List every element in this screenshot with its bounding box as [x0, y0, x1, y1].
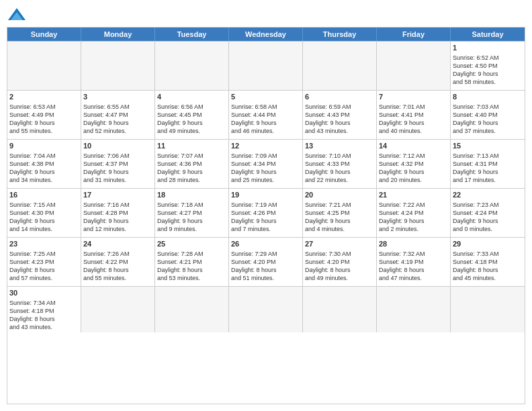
- day-info: Sunrise: 6:53 AM Sunset: 4:49 PM Dayligh…: [9, 103, 56, 134]
- cal-cell: [377, 42, 451, 90]
- day-info: Sunrise: 6:58 AM Sunset: 4:44 PM Dayligh…: [231, 103, 277, 134]
- cal-cell: 18Sunrise: 7:18 AM Sunset: 4:27 PM Dayli…: [155, 189, 229, 237]
- day-info: Sunrise: 7:13 AM Sunset: 4:31 PM Dayligh…: [453, 152, 499, 183]
- cal-cell: [155, 42, 229, 90]
- day-number: 12: [231, 141, 300, 151]
- cal-row-0: 1Sunrise: 6:52 AM Sunset: 4:50 PM Daylig…: [7, 41, 525, 90]
- cal-cell: 17Sunrise: 7:16 AM Sunset: 4:28 PM Dayli…: [81, 189, 155, 237]
- cal-header-wednesday: Wednesday: [229, 28, 303, 41]
- cal-row-4: 23Sunrise: 7:25 AM Sunset: 4:23 PM Dayli…: [7, 237, 525, 286]
- day-number: 14: [379, 141, 448, 151]
- cal-row-2: 9Sunrise: 7:04 AM Sunset: 4:38 PM Daylig…: [7, 139, 525, 188]
- cal-header-sunday: Sunday: [7, 28, 81, 41]
- day-info: Sunrise: 7:25 AM Sunset: 4:23 PM Dayligh…: [9, 250, 56, 281]
- day-number: 13: [305, 141, 374, 151]
- cal-cell: 8Sunrise: 7:03 AM Sunset: 4:40 PM Daylig…: [451, 91, 525, 139]
- day-info: Sunrise: 7:19 AM Sunset: 4:26 PM Dayligh…: [231, 201, 277, 232]
- day-number: 29: [453, 239, 523, 249]
- calendar-header-row: SundayMondayTuesdayWednesdayThursdayFrid…: [7, 28, 525, 41]
- logo-icon: [7, 7, 27, 23]
- cal-cell: [229, 42, 303, 90]
- cal-cell: [81, 42, 155, 90]
- cal-cell: 23Sunrise: 7:25 AM Sunset: 4:23 PM Dayli…: [7, 238, 81, 286]
- day-number: 6: [305, 92, 374, 102]
- cal-cell: 4Sunrise: 6:56 AM Sunset: 4:45 PM Daylig…: [155, 91, 229, 139]
- day-number: 8: [453, 92, 523, 102]
- day-number: 16: [9, 190, 79, 200]
- day-number: 15: [453, 141, 523, 151]
- day-info: Sunrise: 7:06 AM Sunset: 4:37 PM Dayligh…: [83, 152, 130, 183]
- day-number: 7: [379, 92, 448, 102]
- cal-header-friday: Friday: [377, 28, 451, 41]
- calendar-body: 1Sunrise: 6:52 AM Sunset: 4:50 PM Daylig…: [7, 41, 525, 332]
- cal-cell: 10Sunrise: 7:06 AM Sunset: 4:37 PM Dayli…: [81, 140, 155, 188]
- day-info: Sunrise: 7:23 AM Sunset: 4:24 PM Dayligh…: [453, 201, 499, 232]
- day-info: Sunrise: 7:26 AM Sunset: 4:22 PM Dayligh…: [83, 250, 130, 281]
- cal-cell: [303, 287, 377, 332]
- day-number: 18: [157, 190, 226, 200]
- day-info: Sunrise: 7:16 AM Sunset: 4:28 PM Dayligh…: [83, 201, 130, 232]
- cal-row-5: 30Sunrise: 7:34 AM Sunset: 4:18 PM Dayli…: [7, 286, 525, 332]
- cal-cell: 15Sunrise: 7:13 AM Sunset: 4:31 PM Dayli…: [451, 140, 525, 188]
- cal-cell: [81, 287, 155, 332]
- cal-cell: 24Sunrise: 7:26 AM Sunset: 4:22 PM Dayli…: [81, 238, 155, 286]
- day-number: 5: [231, 92, 300, 102]
- day-info: Sunrise: 6:55 AM Sunset: 4:47 PM Dayligh…: [83, 103, 130, 134]
- day-number: 23: [9, 239, 79, 249]
- day-info: Sunrise: 7:22 AM Sunset: 4:24 PM Dayligh…: [379, 201, 425, 232]
- day-number: 3: [83, 92, 152, 102]
- cal-cell: 11Sunrise: 7:07 AM Sunset: 4:36 PM Dayli…: [155, 140, 229, 188]
- day-number: 25: [157, 239, 226, 249]
- page: SundayMondayTuesdayWednesdayThursdayFrid…: [0, 0, 532, 411]
- day-number: 19: [231, 190, 300, 200]
- cal-header-thursday: Thursday: [303, 28, 377, 41]
- day-info: Sunrise: 7:04 AM Sunset: 4:38 PM Dayligh…: [9, 152, 56, 183]
- cal-cell: 22Sunrise: 7:23 AM Sunset: 4:24 PM Dayli…: [451, 189, 525, 237]
- day-number: 17: [83, 190, 152, 200]
- day-info: Sunrise: 7:09 AM Sunset: 4:34 PM Dayligh…: [231, 152, 277, 183]
- cal-header-monday: Monday: [81, 28, 155, 41]
- day-info: Sunrise: 7:32 AM Sunset: 4:19 PM Dayligh…: [379, 250, 425, 281]
- day-number: 1: [453, 43, 523, 53]
- cal-cell: [451, 287, 525, 332]
- cal-cell: 3Sunrise: 6:55 AM Sunset: 4:47 PM Daylig…: [81, 91, 155, 139]
- day-number: 4: [157, 92, 226, 102]
- cal-cell: 25Sunrise: 7:28 AM Sunset: 4:21 PM Dayli…: [155, 238, 229, 286]
- day-info: Sunrise: 7:10 AM Sunset: 4:33 PM Dayligh…: [305, 152, 351, 183]
- cal-cell: [155, 287, 229, 332]
- day-number: 26: [231, 239, 300, 249]
- day-info: Sunrise: 6:52 AM Sunset: 4:50 PM Dayligh…: [453, 54, 499, 85]
- day-number: 21: [379, 190, 448, 200]
- cal-row-3: 16Sunrise: 7:15 AM Sunset: 4:30 PM Dayli…: [7, 188, 525, 237]
- cal-cell: 7Sunrise: 7:01 AM Sunset: 4:41 PM Daylig…: [377, 91, 451, 139]
- day-info: Sunrise: 7:15 AM Sunset: 4:30 PM Dayligh…: [9, 201, 56, 232]
- cal-cell: 13Sunrise: 7:10 AM Sunset: 4:33 PM Dayli…: [303, 140, 377, 188]
- cal-cell: 26Sunrise: 7:29 AM Sunset: 4:20 PM Dayli…: [229, 238, 303, 286]
- cal-cell: 6Sunrise: 6:59 AM Sunset: 4:43 PM Daylig…: [303, 91, 377, 139]
- cal-cell: 29Sunrise: 7:33 AM Sunset: 4:18 PM Dayli…: [451, 238, 525, 286]
- day-number: 2: [9, 92, 79, 102]
- cal-cell: 21Sunrise: 7:22 AM Sunset: 4:24 PM Dayli…: [377, 189, 451, 237]
- header: [7, 7, 525, 23]
- day-number: 24: [83, 239, 152, 249]
- day-number: 27: [305, 239, 374, 249]
- day-number: 22: [453, 190, 523, 200]
- cal-cell: 20Sunrise: 7:21 AM Sunset: 4:25 PM Dayli…: [303, 189, 377, 237]
- day-number: 20: [305, 190, 374, 200]
- day-info: Sunrise: 6:56 AM Sunset: 4:45 PM Dayligh…: [157, 103, 204, 134]
- cal-cell: 14Sunrise: 7:12 AM Sunset: 4:32 PM Dayli…: [377, 140, 451, 188]
- cal-cell: 19Sunrise: 7:19 AM Sunset: 4:26 PM Dayli…: [229, 189, 303, 237]
- cal-cell: [229, 287, 303, 332]
- cal-cell: [7, 42, 81, 90]
- day-info: Sunrise: 7:28 AM Sunset: 4:21 PM Dayligh…: [157, 250, 204, 281]
- day-info: Sunrise: 7:07 AM Sunset: 4:36 PM Dayligh…: [157, 152, 204, 183]
- cal-cell: 28Sunrise: 7:32 AM Sunset: 4:19 PM Dayli…: [377, 238, 451, 286]
- day-info: Sunrise: 7:03 AM Sunset: 4:40 PM Dayligh…: [453, 103, 499, 134]
- cal-cell: 9Sunrise: 7:04 AM Sunset: 4:38 PM Daylig…: [7, 140, 81, 188]
- day-info: Sunrise: 7:21 AM Sunset: 4:25 PM Dayligh…: [305, 201, 351, 232]
- day-number: 9: [9, 141, 79, 151]
- day-info: Sunrise: 7:34 AM Sunset: 4:18 PM Dayligh…: [9, 300, 56, 330]
- day-info: Sunrise: 6:59 AM Sunset: 4:43 PM Dayligh…: [305, 103, 351, 134]
- day-info: Sunrise: 7:30 AM Sunset: 4:20 PM Dayligh…: [305, 250, 351, 281]
- day-number: 28: [379, 239, 448, 249]
